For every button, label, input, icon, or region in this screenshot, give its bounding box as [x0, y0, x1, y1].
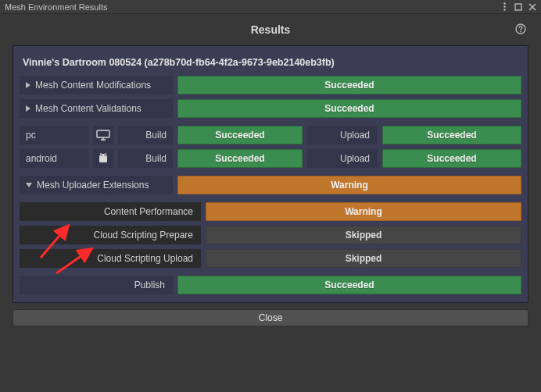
environment-guid: (a278b70d-fb64-4f2a-9673-9eb2140eb3fb) — [145, 57, 335, 68]
svg-point-2 — [503, 9, 505, 10]
status-badge[interactable]: Succeeded — [177, 276, 521, 294]
platform-row-pc: pc Build Succeeded Upload Succeeded — [20, 126, 521, 144]
results-panel: Vinnie's Dartroom 080524 (a278b70d-fb64-… — [13, 45, 528, 303]
row-label[interactable]: Mesh Content Validations — [20, 99, 173, 118]
status-badge[interactable]: Succeeded — [177, 76, 521, 94]
results-header: Results — [0, 14, 541, 45]
row-publish: Publish Succeeded — [20, 276, 521, 294]
platform-name: pc — [20, 126, 88, 144]
svg-point-1 — [503, 5, 505, 7]
chevron-down-icon — [26, 183, 32, 187]
status-badge[interactable]: Succeeded — [177, 126, 303, 144]
build-label: Build — [118, 149, 173, 168]
platform-row-android: android Build Succeeded Upload Succeeded — [20, 149, 521, 168]
android-icon — [93, 149, 113, 168]
environment-name: Vinnie's Dartroom 080524 — [23, 57, 142, 68]
row-label-text: Mesh Uploader Extensions — [37, 180, 149, 191]
status-badge[interactable]: Succeeded — [177, 149, 303, 168]
row-label[interactable]: Content Performance — [20, 202, 201, 221]
row-label-text: Mesh Content Modifications — [35, 80, 151, 91]
window-title: Mesh Environment Results — [5, 2, 107, 12]
svg-line-12 — [105, 153, 106, 155]
publish-label: Publish — [20, 276, 173, 294]
environment-title: Vinnie's Dartroom 080524 (a278b70d-fb64-… — [20, 52, 521, 76]
row-cloud-scripting-upload: Cloud Scripting Upload Skipped — [20, 249, 521, 268]
svg-rect-3 — [515, 4, 521, 10]
status-badge[interactable]: Skipped — [206, 249, 521, 268]
chevron-right-icon — [26, 82, 30, 88]
row-label-text: Mesh Content Validations — [35, 103, 142, 114]
chevron-right-icon — [26, 105, 30, 112]
svg-point-13 — [101, 155, 102, 156]
results-title: Results — [251, 23, 291, 36]
menu-kebab-icon[interactable] — [499, 2, 510, 12]
status-badge[interactable]: Warning — [177, 176, 521, 194]
row-uploader-extensions: Mesh Uploader Extensions Warning — [20, 176, 521, 194]
build-label: Build — [118, 126, 173, 144]
close-button[interactable]: Close — [13, 309, 528, 326]
svg-line-11 — [101, 153, 102, 155]
titlebar: Mesh Environment Results — [0, 0, 541, 14]
row-cloud-scripting-prepare: Cloud Scripting Prepare Skipped — [20, 226, 521, 244]
monitor-icon — [93, 126, 113, 144]
close-row: Close — [13, 309, 528, 326]
row-label[interactable]: Mesh Content Modifications — [20, 76, 173, 94]
row-label[interactable]: Mesh Uploader Extensions — [20, 176, 173, 194]
status-badge[interactable]: Succeeded — [382, 126, 521, 144]
maximize-icon[interactable] — [513, 2, 524, 12]
help-icon[interactable] — [514, 23, 527, 35]
status-badge[interactable]: Succeeded — [177, 99, 521, 118]
status-badge[interactable]: Warning — [206, 202, 521, 221]
status-badge[interactable]: Skipped — [206, 226, 521, 244]
row-label[interactable]: Cloud Scripting Prepare — [20, 226, 201, 244]
row-content-vals: Mesh Content Validations Succeeded — [20, 99, 521, 118]
svg-point-7 — [520, 31, 521, 33]
svg-point-0 — [503, 2, 505, 4]
row-label[interactable]: Cloud Scripting Upload — [20, 249, 201, 268]
close-icon[interactable] — [527, 2, 538, 12]
window-body: Results Vinnie's Dartroom 080524 (a278b7… — [0, 14, 541, 392]
platform-name: android — [20, 149, 88, 168]
svg-rect-8 — [97, 130, 109, 137]
row-content-mods: Mesh Content Modifications Succeeded — [20, 76, 521, 94]
upload-label: Upload — [307, 126, 378, 144]
svg-point-14 — [104, 155, 106, 156]
row-content-performance: Content Performance Warning — [20, 202, 521, 221]
upload-label: Upload — [307, 149, 378, 168]
status-badge[interactable]: Succeeded — [382, 149, 521, 168]
